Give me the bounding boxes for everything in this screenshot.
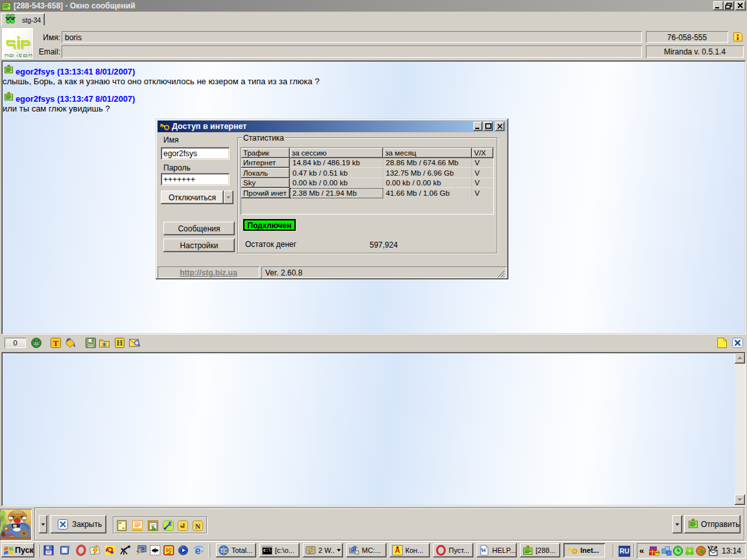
svg-text:T: T — [53, 338, 59, 348]
svg-text:W: W — [481, 547, 487, 554]
svg-text:TC: TC — [220, 548, 227, 554]
svg-text:H: H — [117, 338, 123, 347]
svg-text:v8: v8 — [167, 552, 171, 555]
svg-text:N: N — [195, 522, 200, 530]
svg-text:„: „ — [122, 523, 125, 530]
svg-text:c:\: c:\ — [263, 548, 271, 553]
